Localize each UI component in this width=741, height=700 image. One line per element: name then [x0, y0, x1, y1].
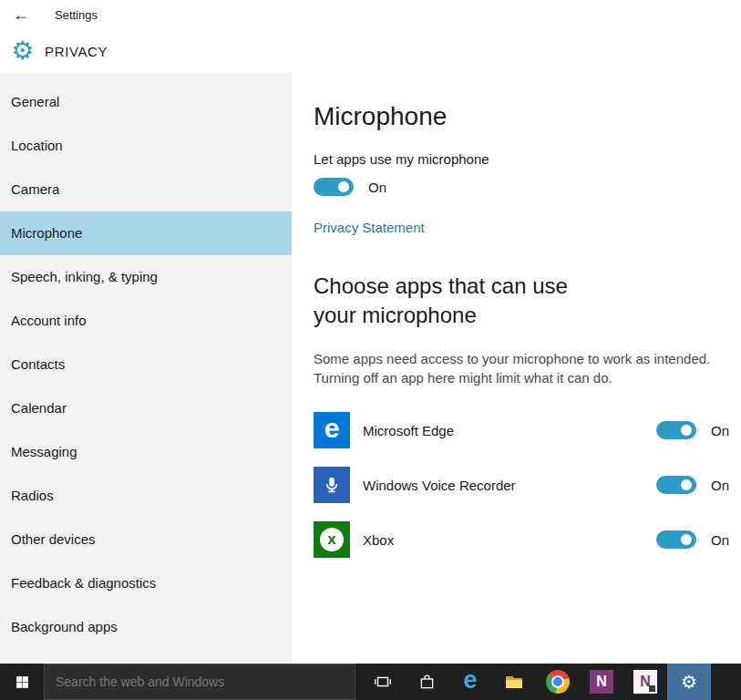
sidebar-item-calendar[interactable]: Calendar [0, 386, 292, 430]
sidebar-item-microphone[interactable]: Microphone [0, 211, 292, 255]
panel-title: Microphone [314, 102, 741, 131]
chrome-icon [546, 670, 570, 694]
titlebar: ← Settings [0, 0, 741, 29]
edge-app-icon: e [314, 412, 350, 448]
privacy-statement-link[interactable]: Privacy Statement [314, 220, 425, 235]
toggle-knob [681, 479, 692, 490]
start-button[interactable] [0, 664, 44, 700]
search-input[interactable] [45, 674, 355, 689]
task-view-icon [373, 672, 393, 692]
settings-window: ← Settings ⚙ PRIVACY General Location Ca… [0, 0, 741, 700]
edge-icon: e [463, 668, 477, 693]
list-item: x Xbox On [314, 521, 729, 558]
microphone-glyph-icon [322, 475, 342, 495]
voice-recorder-microphone-toggle[interactable] [656, 476, 696, 494]
apps-section-title: Choose apps that can use your microphone [314, 272, 614, 331]
xbox-app-icon: x [314, 521, 350, 558]
sidebar-item-camera[interactable]: Camera [0, 168, 292, 211]
edge-microphone-toggle[interactable] [656, 421, 696, 439]
onenote-clipper-button[interactable]: N [623, 664, 667, 700]
sidebar-item-background-apps[interactable]: Background apps [0, 605, 292, 649]
file-explorer-icon [503, 671, 525, 693]
toggle-knob [338, 181, 349, 192]
store-button[interactable] [405, 664, 448, 700]
settings-taskbar-button[interactable]: ⚙ [667, 664, 711, 700]
sidebar-item-general[interactable]: General [0, 80, 292, 124]
xbox-microphone-toggle[interactable] [656, 530, 696, 549]
gear-icon: ⚙ [11, 38, 34, 64]
app-name: Xbox [363, 532, 656, 548]
toggle-knob [681, 425, 692, 436]
master-toggle-row: On [314, 178, 741, 196]
file-explorer-button[interactable] [492, 664, 536, 700]
store-icon [417, 673, 437, 692]
edge-button[interactable]: e [448, 664, 492, 700]
microphone-settings-panel: Microphone Let apps use my microphone On… [292, 73, 741, 664]
app-header: ← Settings ⚙ PRIVACY [0, 0, 741, 73]
onenote-clipper-icon: N [633, 670, 657, 694]
sidebar-item-radios[interactable]: Radios [0, 474, 292, 518]
back-icon[interactable]: ← [13, 5, 38, 25]
master-toggle-state: On [368, 180, 386, 195]
taskbar-search-box[interactable] [44, 664, 355, 700]
master-toggle-label: Let apps use my microphone [314, 151, 741, 167]
app-title: Settings [55, 8, 98, 22]
start-icon [15, 674, 30, 690]
privacy-sidebar: General Location Camera Microphone Speec… [0, 73, 292, 664]
apps-section-description: Some apps need access to your microphone… [314, 349, 726, 389]
microphone-master-toggle[interactable] [314, 178, 354, 196]
apps-list: e Microsoft Edge On W [314, 412, 729, 558]
list-item: e Microsoft Edge On [314, 412, 729, 448]
app-toggle-state: On [711, 532, 729, 548]
voice-recorder-app-icon [314, 467, 350, 503]
app-name: Windows Voice Recorder [363, 478, 656, 493]
toggle-knob [681, 534, 692, 545]
app-toggle-state: On [711, 423, 729, 438]
onenote-icon: N [590, 670, 613, 694]
onenote-button[interactable]: N [580, 664, 623, 700]
sidebar-item-other-devices[interactable]: Other devices [0, 518, 292, 561]
body: General Location Camera Microphone Speec… [0, 73, 741, 664]
settings-gear-icon: ⚙ [681, 673, 697, 691]
sidebar-item-contacts[interactable]: Contacts [0, 343, 292, 386]
page-header: ⚙ PRIVACY [0, 29, 741, 73]
taskbar: e N N ⚙ [0, 664, 741, 700]
page-title: PRIVACY [45, 44, 108, 59]
sidebar-item-messaging[interactable]: Messaging [0, 430, 292, 474]
sidebar-item-speech-inking-typing[interactable]: Speech, inking, & typing [0, 255, 292, 299]
list-item: Windows Voice Recorder On [314, 467, 729, 503]
task-view-button[interactable] [361, 664, 405, 700]
app-toggle-state: On [711, 478, 729, 493]
chrome-button[interactable] [536, 664, 580, 700]
sidebar-item-location[interactable]: Location [0, 124, 292, 168]
sidebar-item-feedback-diagnostics[interactable]: Feedback & diagnostics [0, 561, 292, 605]
sidebar-item-account-info[interactable]: Account info [0, 299, 292, 343]
app-name: Microsoft Edge [363, 423, 656, 438]
